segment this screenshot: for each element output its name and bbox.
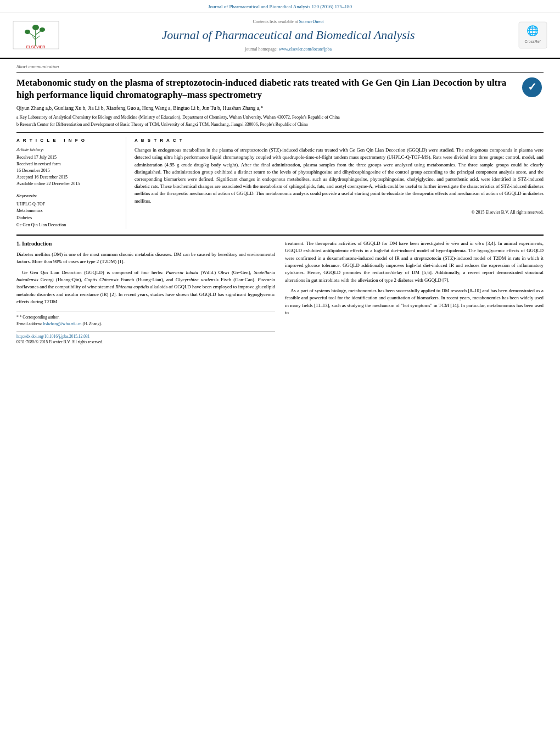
- svg-point-7: [25, 30, 30, 34]
- elsevier-logo: ELSEVIER: [11, 20, 60, 51]
- page: Journal of Pharmaceutical and Biomedical…: [0, 0, 560, 742]
- sciencedirect-line: Contents lists available at ScienceDirec…: [66, 19, 511, 25]
- copyright: © 2015 Elsevier B.V. All rights reserved…: [135, 209, 544, 215]
- body-col-right: treatment. The therapeutic activities of…: [285, 240, 544, 345]
- keyword-1: UHPLC-Q-TOF: [16, 201, 119, 208]
- content: Short communication Metabonomic study on…: [0, 59, 560, 351]
- footnote-email-suffix: (H. Zhang).: [82, 321, 102, 326]
- doi-url[interactable]: http://dx.doi.org/10.1016/j.jpba.2015.12…: [16, 334, 89, 339]
- svg-text:ELSEVIER: ELSEVIER: [26, 45, 45, 49]
- footnote-corresponding-label: * Corresponding author.: [20, 315, 60, 320]
- article-title: Metabonomic study on the plasma of strep…: [16, 77, 522, 101]
- authors: Qiyun Zhang a,b, Guoliang Xu b, Jia Li b…: [16, 105, 544, 112]
- intro-para-4: As a part of systems biology, metabonomi…: [285, 287, 544, 316]
- sciencedirect-label: Contents lists available at: [253, 19, 298, 24]
- doi-line: http://dx.doi.org/10.1016/j.jpba.2015.12…: [16, 334, 275, 340]
- article-info-col: A R T I C L E I N F O Article history: R…: [16, 137, 126, 229]
- body-col-left: 1. Introduction Diabetes mellitus (DM) i…: [16, 240, 275, 345]
- article-info-header: A R T I C L E I N F O: [16, 137, 119, 143]
- top-journal-name: Journal of Pharmaceutical and Biomedical…: [208, 4, 352, 9]
- keywords-label: Keywords:: [16, 193, 119, 199]
- keyword-4: Ge Gen Qin Lian Decoction: [16, 222, 119, 229]
- top-journal-bar: Journal of Pharmaceutical and Biomedical…: [0, 0, 560, 13]
- received-revised-label: Received in revised form: [16, 161, 126, 168]
- journal-header: ELSEVIER Contents lists available at Sci…: [0, 13, 560, 59]
- keywords-section: Keywords: UHPLC-Q-TOF Metabonomics Diabe…: [16, 193, 119, 228]
- article-body: 1. Introduction Diabetes mellitus (DM) i…: [16, 235, 544, 345]
- intro-para-1: Diabetes mellitus (DM) is one of the mos…: [16, 251, 275, 266]
- sciencedirect-link[interactable]: ScienceDirect: [299, 19, 324, 24]
- crossmark-badge: ✓: [522, 77, 544, 99]
- abstract-col: A B S T R A C T Changes in endogenous me…: [135, 137, 544, 229]
- journal-title-center: Contents lists available at ScienceDirec…: [60, 19, 516, 52]
- article-history-label: Article history:: [16, 147, 119, 153]
- received-date: Received 17 July 2015: [16, 154, 126, 161]
- svg-text:✓: ✓: [528, 81, 537, 93]
- keyword-3: Diabetes: [16, 215, 119, 222]
- affiliation-a: a Key Laboratory of Analytical Chemistry…: [16, 114, 544, 121]
- intro-para-2: Ge Gen Qin Lian Decoction (GGQLD) is com…: [16, 269, 275, 306]
- article-title-row: Metabonomic study on the plasma of strep…: [16, 77, 544, 101]
- svg-text:CrossRef: CrossRef: [524, 40, 540, 43]
- intro-para-3: treatment. The therapeutic activities of…: [285, 240, 544, 284]
- footnote-email-line: E-mail address: hshzhang@whu.edu.cn (H. …: [16, 321, 275, 327]
- footnote-email-label: E-mail address:: [16, 321, 42, 326]
- abstract-header: A B S T R A C T: [135, 137, 544, 143]
- issn-line: 0731-7085/© 2015 Elsevier B.V. All right…: [16, 339, 275, 345]
- abstract-paragraph: Changes in endogenous metabolites in the…: [135, 147, 544, 205]
- affiliation-b: b Research Center for Differentiation an…: [16, 121, 544, 128]
- svg-line-5: [36, 36, 40, 39]
- homepage-line: journal homepage: www.elsevier.com/locat…: [66, 46, 511, 52]
- footnote-area: * * Corresponding author. E-mail address…: [16, 311, 275, 327]
- intro-text-right: treatment. The therapeutic activities of…: [285, 240, 544, 317]
- journal-title: Journal of Pharmaceutical and Biomedical…: [66, 27, 511, 44]
- svg-point-6: [32, 25, 39, 30]
- available-date: Available online 22 December 2015: [16, 181, 126, 187]
- footer-bar: http://dx.doi.org/10.1016/j.jpba.2015.12…: [16, 331, 275, 345]
- received-revised-date: 16 December 2015: [16, 168, 126, 174]
- intro-text-left: Diabetes mellitus (DM) is one of the mos…: [16, 251, 275, 306]
- footnote-corresponding: * * Corresponding author.: [16, 314, 275, 320]
- footnote-email[interactable]: hshzhang@whu.edu.cn: [43, 321, 82, 326]
- accepted-date: Accepted 16 December 2015: [16, 174, 126, 181]
- svg-line-3: [36, 31, 41, 35]
- history-items: Received 17 July 2015 Received in revise…: [16, 154, 126, 187]
- elsevier-logo-svg: ELSEVIER: [13, 21, 59, 49]
- keyword-2: Metabonomics: [16, 208, 119, 215]
- crossmark-logo-header: 🌐 CrossRef: [516, 20, 549, 51]
- article-type-label: Short communication: [16, 63, 544, 73]
- affiliations: a Key Laboratory of Analytical Chemistry…: [16, 114, 544, 128]
- svg-text:🌐: 🌐: [527, 25, 539, 37]
- body-two-col: 1. Introduction Diabetes mellitus (DM) i…: [16, 240, 544, 345]
- abstract-text: Changes in endogenous metabolites in the…: [135, 147, 544, 205]
- svg-point-8: [40, 27, 45, 32]
- article-meta-section: A R T I C L E I N F O Article history: R…: [16, 132, 544, 229]
- homepage-url[interactable]: www.elsevier.com/locate/jpba: [279, 47, 332, 52]
- crossmark-logo-svg: 🌐 CrossRef: [518, 21, 548, 49]
- intro-heading: 1. Introduction: [16, 240, 275, 248]
- homepage-label: journal homepage:: [245, 47, 278, 52]
